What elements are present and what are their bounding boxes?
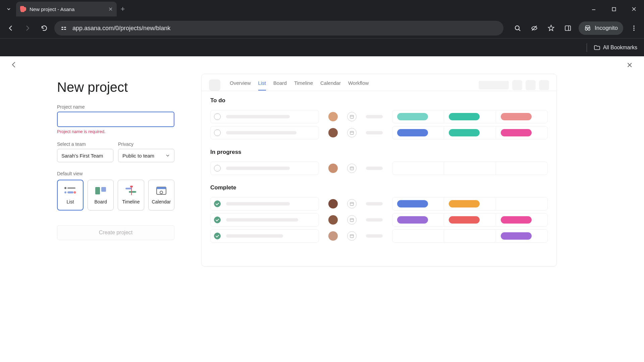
- view-option-calendar[interactable]: Calendar: [148, 180, 174, 210]
- kebab-menu-icon[interactable]: [628, 22, 640, 34]
- eye-off-icon[interactable]: [528, 22, 540, 34]
- svg-line-7: [519, 29, 520, 31]
- section-heading: To do: [210, 97, 548, 104]
- bookmark-star-icon[interactable]: [545, 22, 557, 34]
- window-controls: [584, 0, 644, 18]
- reload-button[interactable]: [38, 21, 51, 35]
- task-name-skeleton: [226, 131, 297, 134]
- search-icon[interactable]: [512, 22, 524, 34]
- date-skeleton: [366, 115, 383, 118]
- check-done-icon: [214, 217, 221, 223]
- check-icon: [214, 113, 221, 120]
- ghost-icon: [526, 80, 536, 90]
- ghost-button: [479, 81, 509, 89]
- svg-rect-21: [95, 187, 100, 194]
- preview-tab-timeline[interactable]: Timeline: [294, 80, 313, 90]
- tag-pill: [501, 113, 532, 120]
- omnibox[interactable]: app.asana.com/0/projects/new/blank: [54, 21, 503, 36]
- tab-title: New project - Asana: [30, 6, 105, 12]
- view-option-board[interactable]: Board: [88, 180, 114, 210]
- tag-pill: [397, 129, 428, 136]
- forward-button[interactable]: [21, 21, 34, 35]
- project-name-error: Project name is required.: [57, 129, 174, 134]
- date-skeleton: [366, 218, 383, 222]
- tag-pill: [449, 200, 480, 207]
- project-name-label: Project name: [57, 104, 174, 110]
- minimize-button[interactable]: [584, 0, 604, 18]
- task-row: [210, 212, 548, 228]
- page-close-button[interactable]: ✕: [627, 61, 633, 70]
- close-window-button[interactable]: [624, 0, 644, 18]
- svg-point-20: [74, 191, 76, 194]
- new-tab-button[interactable]: +: [117, 5, 129, 13]
- avatar: [328, 199, 338, 208]
- incognito-badge[interactable]: Incognito: [579, 21, 623, 35]
- task-row: [210, 160, 548, 176]
- section-complete: Complete: [202, 178, 556, 246]
- svg-rect-34: [350, 167, 354, 170]
- list-view-icon: [63, 186, 77, 196]
- create-project-button[interactable]: Create project: [57, 225, 174, 240]
- privacy-value: Public to team: [122, 153, 154, 159]
- section-todo: To do: [202, 91, 556, 143]
- calendar-icon: [347, 112, 357, 121]
- preview-tab-overview[interactable]: Overview: [230, 80, 251, 90]
- team-select[interactable]: Sarah's First Team: [57, 149, 113, 162]
- date-skeleton: [366, 167, 383, 170]
- svg-rect-24: [129, 191, 136, 193]
- bookmarks-bar: All Bookmarks: [0, 38, 644, 56]
- page-back-button[interactable]: [10, 61, 17, 68]
- svg-rect-9: [565, 26, 571, 31]
- task-name-skeleton: [226, 234, 283, 238]
- avatar: [328, 231, 338, 241]
- all-bookmarks-label: All Bookmarks: [603, 45, 637, 51]
- view-option-list[interactable]: List: [57, 180, 84, 210]
- svg-point-6: [515, 26, 519, 30]
- preview-tab-list[interactable]: List: [258, 80, 266, 90]
- svg-point-11: [585, 28, 588, 31]
- svg-rect-1: [612, 7, 615, 11]
- svg-rect-26: [130, 186, 133, 187]
- all-bookmarks-button[interactable]: All Bookmarks: [594, 44, 637, 51]
- svg-point-18: [64, 191, 66, 193]
- view-label: Board: [94, 199, 107, 204]
- check-icon: [214, 129, 221, 136]
- svg-rect-3: [64, 27, 66, 28]
- task-name-skeleton: [226, 167, 290, 170]
- view-option-timeline[interactable]: Timeline: [118, 180, 144, 210]
- browser-tab[interactable]: New project - Asana ✕: [16, 2, 117, 16]
- preview-tabs: Overview List Board Timeline Calendar Wo…: [230, 80, 369, 90]
- calendar-view-icon: [155, 186, 168, 196]
- svg-point-14: [633, 27, 635, 29]
- site-settings-icon[interactable]: [60, 24, 68, 32]
- date-skeleton: [366, 234, 383, 238]
- date-skeleton: [366, 202, 383, 205]
- preview-tab-workflow[interactable]: Workflow: [348, 80, 369, 90]
- preview-tab-calendar[interactable]: Calendar: [320, 80, 341, 90]
- section-inprogress: In progress: [202, 143, 556, 178]
- back-button[interactable]: [4, 21, 17, 35]
- project-color-swatch: [209, 79, 220, 91]
- tag-pill: [397, 216, 428, 224]
- svg-point-29: [160, 191, 163, 194]
- chevron-down-icon: [165, 153, 170, 158]
- side-panel-icon[interactable]: [562, 22, 574, 34]
- calendar-icon: [347, 215, 357, 225]
- preview-tab-board[interactable]: Board: [273, 80, 287, 90]
- tag-pill: [501, 216, 532, 224]
- tag-pill: [501, 232, 532, 240]
- maximize-button[interactable]: [604, 0, 624, 18]
- board-view-icon: [94, 186, 107, 196]
- tag-pill: [501, 129, 532, 136]
- svg-rect-5: [64, 29, 66, 30]
- asana-favicon-icon: [20, 6, 26, 12]
- project-name-input[interactable]: [57, 112, 174, 127]
- create-project-label: Create project: [99, 230, 133, 236]
- view-label: Calendar: [152, 199, 171, 204]
- close-tab-icon[interactable]: ✕: [108, 6, 113, 12]
- default-view-label: Default view: [57, 171, 174, 176]
- svg-rect-4: [61, 29, 63, 30]
- tab-search-button[interactable]: [3, 3, 15, 15]
- privacy-select[interactable]: Public to team: [118, 149, 174, 162]
- svg-point-16: [64, 187, 66, 189]
